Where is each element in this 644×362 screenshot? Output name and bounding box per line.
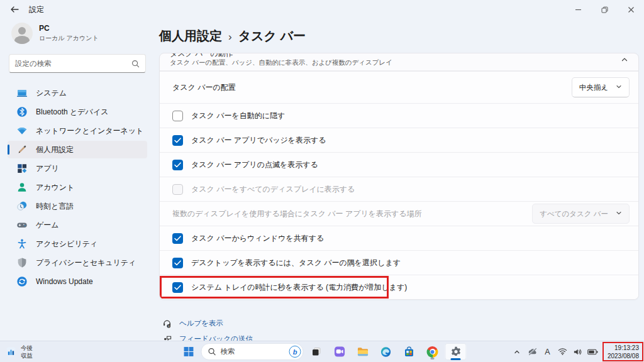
sidebar-item-label: ネットワークとインターネット bbox=[36, 126, 143, 136]
ime-mode-indicator[interactable]: A bbox=[540, 343, 555, 360]
sidebar-item-accessibility[interactable]: アクセシビリティ bbox=[8, 235, 147, 253]
apps-icon bbox=[16, 163, 28, 175]
link-help[interactable]: ヘルプを表示 bbox=[179, 319, 223, 328]
system-tray: A 19:13:23 2023/08/08 bbox=[510, 341, 644, 362]
breadcrumb-parent[interactable]: 個人用設定 bbox=[159, 28, 222, 45]
checkbox-checked[interactable] bbox=[172, 160, 183, 170]
breadcrumb-separator-icon: › bbox=[228, 30, 232, 43]
tray-date: 2023/08/08 bbox=[608, 352, 639, 360]
sidebar-item-label: アクセシビリティ bbox=[36, 239, 97, 250]
user-name: PC bbox=[39, 24, 99, 34]
chevron-up-icon[interactable] bbox=[621, 56, 628, 65]
os-taskbar: 今後 収益 検索 b bbox=[0, 341, 644, 362]
setting-label: タスク バー アプリでバッジを表示する bbox=[191, 135, 630, 146]
setting-label: 複数のディスプレイを使用する場合にタスク バー アプリを表示する場所 bbox=[172, 209, 532, 219]
svg-text:?: ? bbox=[168, 324, 170, 327]
chevron-down-icon bbox=[616, 84, 622, 91]
title-bar: 設定 bbox=[0, 0, 644, 19]
app-title: 設定 bbox=[29, 4, 44, 15]
window-controls bbox=[565, 0, 644, 19]
start-button[interactable] bbox=[178, 343, 199, 360]
minimize-button[interactable] bbox=[565, 0, 591, 19]
breadcrumb: 個人用設定 › タスク バー bbox=[159, 28, 639, 45]
sidebar: PC ローカル アカウント 設定の検索 システムBluetooth とデバイスネ… bbox=[0, 19, 155, 341]
expander-header[interactable]: タスク バーの動作 タスク バーの配置、バッジ、自動的に非表示、および複数のディ… bbox=[160, 53, 638, 71]
battery-icon[interactable] bbox=[586, 343, 600, 360]
sidebar-item-label: Windows Update bbox=[36, 277, 93, 286]
sidebar-item-time[interactable]: 時刻と言語 bbox=[8, 197, 147, 215]
onedrive-paused-icon[interactable] bbox=[525, 343, 540, 360]
checkbox-unchecked[interactable] bbox=[172, 111, 183, 121]
checkbox-checked[interactable] bbox=[172, 233, 183, 244]
edge-button[interactable] bbox=[375, 343, 397, 360]
setting-row: タスク バーをすべてのディスプレイに表示する bbox=[160, 177, 638, 201]
widgets-button[interactable]: 今後 収益 bbox=[6, 341, 33, 362]
sidebar-item-system[interactable]: システム bbox=[8, 84, 147, 102]
sidebar-item-update[interactable]: Windows Update bbox=[8, 273, 147, 290]
taskbar-search-placeholder: 検索 bbox=[221, 347, 285, 356]
sidebar-item-personalization[interactable]: 個人用設定 bbox=[8, 141, 147, 158]
wifi-icon[interactable] bbox=[555, 343, 570, 360]
file-explorer-button[interactable] bbox=[352, 343, 374, 360]
setting-row: デスクトップを表示するには、タスク バーの隅を選択します bbox=[160, 250, 638, 275]
taskbar-search-input[interactable]: 検索 b bbox=[201, 343, 304, 360]
tray-time: 19:13:23 bbox=[614, 344, 639, 352]
sidebar-item-network[interactable]: ネットワークとインターネット bbox=[8, 122, 147, 140]
expander-title: タスク バーの動作 bbox=[170, 53, 628, 58]
volume-icon[interactable] bbox=[570, 343, 585, 360]
restore-button[interactable] bbox=[591, 0, 618, 19]
chrome-button[interactable] bbox=[422, 343, 443, 360]
sidebar-item-label: ゲーム bbox=[36, 220, 59, 231]
dropdown-select[interactable]: 中央揃え bbox=[572, 77, 630, 97]
privacy-icon bbox=[16, 257, 28, 269]
dropdown-select: すべてのタスク バー bbox=[532, 204, 630, 224]
time-icon bbox=[16, 200, 28, 212]
close-button[interactable] bbox=[618, 0, 644, 19]
bing-chat-icon[interactable]: b bbox=[289, 346, 301, 358]
setting-row: タスク バーの配置中央揃え bbox=[160, 71, 638, 103]
setting-row: タスク バー アプリの点滅を表示する bbox=[160, 152, 638, 177]
checkbox-checked[interactable] bbox=[172, 282, 183, 293]
tray-chevron-up-icon[interactable] bbox=[510, 343, 525, 360]
checkbox-checked[interactable] bbox=[172, 258, 183, 268]
setting-label: デスクトップを表示するには、タスク バーの隅を選択します bbox=[191, 258, 630, 268]
chrome-icon bbox=[427, 346, 438, 358]
checkbox-unchecked bbox=[172, 184, 183, 195]
sidebar-item-label: システム bbox=[36, 88, 67, 99]
sidebar-item-label: Bluetooth とデバイス bbox=[36, 107, 108, 118]
widget-chart-icon bbox=[6, 346, 16, 357]
setting-label: タスク バーからウィンドウを共有する bbox=[191, 233, 630, 244]
sidebar-nav: システムBluetooth とデバイスネットワークとインターネット個人用設定アプ… bbox=[8, 84, 147, 290]
sidebar-item-bluetooth[interactable]: Bluetooth とデバイス bbox=[8, 103, 147, 121]
main-content: 個人用設定 › タスク バー タスク バーの動作 タスク バーの配置、バッジ、自… bbox=[159, 19, 639, 341]
back-button[interactable] bbox=[10, 6, 19, 13]
setting-row: タスク バーからウィンドウを共有する bbox=[160, 226, 638, 250]
checkbox-checked[interactable] bbox=[172, 135, 183, 146]
expander-subtitle: タスク バーの配置、バッジ、自動的に非表示、および複数のディスプレイ bbox=[170, 58, 628, 67]
settings-search-input[interactable]: 設定の検索 bbox=[9, 54, 146, 73]
user-account[interactable]: PC ローカル アカウント bbox=[8, 19, 147, 54]
chat-button[interactable] bbox=[329, 343, 350, 360]
help-icon: ? bbox=[162, 319, 172, 329]
sidebar-item-accounts[interactable]: アカウント bbox=[8, 178, 147, 196]
breadcrumb-current: タスク バー bbox=[238, 28, 306, 45]
tray-clock[interactable]: 19:13:23 2023/08/08 bbox=[602, 342, 643, 361]
sidebar-item-privacy[interactable]: プライバシーとセキュリティ bbox=[8, 254, 147, 272]
microsoft-store-button[interactable] bbox=[399, 343, 420, 360]
system-icon bbox=[16, 87, 28, 99]
setting-label: タスク バーを自動的に隠す bbox=[191, 111, 630, 121]
setting-label: タスク バー アプリの点滅を表示する bbox=[191, 160, 630, 170]
sidebar-item-gaming[interactable]: ゲーム bbox=[8, 216, 147, 234]
gaming-icon bbox=[16, 219, 28, 231]
setting-row: タスク バーを自動的に隠す bbox=[160, 103, 638, 128]
settings-button-active[interactable] bbox=[445, 343, 467, 360]
chevron-down-icon bbox=[616, 210, 622, 217]
sidebar-item-label: アカウント bbox=[36, 182, 74, 193]
sidebar-item-apps[interactable]: アプリ bbox=[8, 160, 147, 177]
task-view-button[interactable] bbox=[306, 343, 327, 360]
bluetooth-icon bbox=[16, 106, 28, 118]
setting-label: タスク バーの配置 bbox=[172, 82, 572, 93]
sidebar-item-label: 個人用設定 bbox=[36, 145, 74, 155]
accounts-icon bbox=[16, 182, 28, 194]
taskbar-center: 検索 b bbox=[178, 341, 467, 362]
